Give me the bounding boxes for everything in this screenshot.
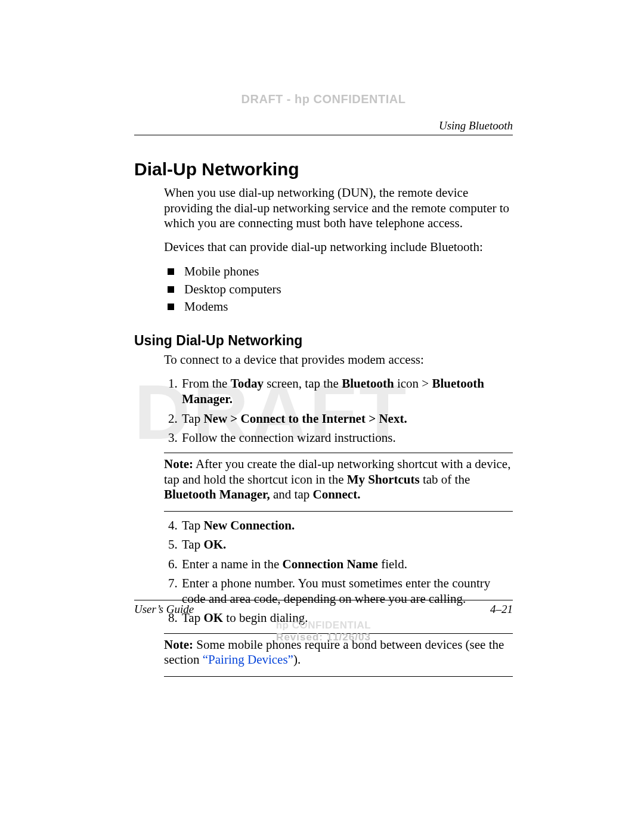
list-item: Tap New Connection.	[181, 518, 513, 533]
list-item: Desktop computers	[164, 281, 513, 298]
list-item: Modems	[164, 298, 513, 315]
footer-right: 4–21	[490, 603, 513, 616]
list-item: Mobile phones	[164, 263, 513, 280]
intro-paragraph-2: Devices that can provide dial-up network…	[164, 240, 513, 255]
watermark-wrap: DRAFT Using Dial-Up Networking To connec…	[134, 333, 513, 446]
top-confidential: DRAFT - hp CONFIDENTIAL	[134, 92, 513, 106]
page-body: DRAFT - hp CONFIDENTIAL Using Bluetooth …	[134, 92, 513, 680]
list-item: Tap OK.	[181, 537, 513, 552]
bullet-list: Mobile phones Desktop computers Modems	[164, 263, 513, 315]
running-head: Using Bluetooth	[134, 119, 513, 132]
note-1: Note: After you create the dial-up netwo…	[164, 457, 513, 503]
footer-revised: Revised: 11/26/03	[134, 631, 513, 643]
footer-confidential: hp CONFIDENTIAL	[134, 620, 513, 631]
footer-rule	[134, 600, 513, 600]
body-block: When you use dial-up networking (DUN), t…	[164, 185, 513, 316]
list-item: Enter a name in the Connection Name fiel…	[181, 556, 513, 572]
heading-1: Dial-Up Networking	[134, 159, 513, 179]
footer-left: User’s Guide	[134, 603, 194, 616]
note-rule	[164, 511, 513, 512]
ordered-list-1: From the Today screen, tap the Bluetooth…	[164, 376, 513, 445]
note-rule	[164, 676, 513, 677]
heading-2: Using Dial-Up Networking	[134, 333, 513, 349]
top-rule	[134, 135, 513, 135]
lead-paragraph: To connect to a device that provides mod…	[164, 352, 513, 368]
note-rule	[164, 453, 513, 453]
list-item: Tap New > Connect to the Internet > Next…	[181, 411, 513, 426]
intro-paragraph-1: When you use dial-up networking (DUN), t…	[164, 185, 513, 231]
footer: User’s Guide 4–21 hp CONFIDENTIAL Revise…	[134, 600, 513, 643]
list-item: Follow the connection wizard instruction…	[181, 430, 513, 445]
pairing-devices-link[interactable]: “Pairing Devices”	[203, 652, 293, 667]
list-item: From the Today screen, tap the Bluetooth…	[181, 376, 513, 407]
